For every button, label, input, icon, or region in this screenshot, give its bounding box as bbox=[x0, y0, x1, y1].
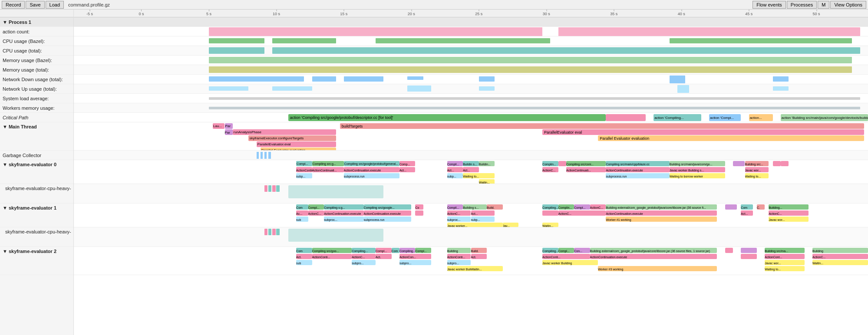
save-button[interactable]: Save bbox=[26, 1, 44, 9]
view-options-button[interactable]: View Options bbox=[830, 1, 866, 9]
load-button[interactable]: Load bbox=[46, 1, 64, 9]
time-mark: 35 s bbox=[610, 12, 617, 16]
data-gc bbox=[74, 151, 868, 160]
main-thread-expand: ▼ bbox=[3, 124, 7, 129]
label-net-up: Network Up usage (total): bbox=[0, 84, 73, 94]
data-process-1 bbox=[74, 17, 868, 27]
data-critical-path[interactable]: action 'Compiling src/google/protobuf/de… bbox=[74, 113, 868, 122]
time-mark: 40 s bbox=[678, 12, 685, 16]
data-workers-mem bbox=[74, 103, 868, 113]
time-mark: 50 s bbox=[813, 12, 820, 16]
label-mem-total: Memory usage (total): bbox=[0, 65, 73, 75]
label-gc: Garbage Collector bbox=[0, 151, 73, 160]
m-button[interactable]: M bbox=[818, 1, 829, 9]
flow-events-button[interactable]: Flow events bbox=[752, 1, 786, 9]
timeline-area[interactable]: -5 s 0 s 5 s 10 s 15 s 20 s 25 s 30 s 35… bbox=[74, 10, 868, 335]
time-mark: 5 s bbox=[206, 12, 211, 16]
filename: command.profile.gz bbox=[68, 2, 110, 7]
data-skyframe-cpu-heavy-1[interactable] bbox=[74, 227, 868, 247]
time-mark: 10 s bbox=[273, 12, 280, 16]
data-mem-total bbox=[74, 65, 868, 75]
toolbar-right: Flow events Processes M View Options bbox=[752, 1, 866, 9]
toolbar: Record Save Load command.profile.gz Flow… bbox=[0, 0, 868, 10]
label-net-down: Network Down usage (total): bbox=[0, 75, 73, 84]
data-net-down bbox=[74, 75, 868, 84]
time-ruler: -5 s 0 s 5 s 10 s 15 s 20 s 25 s 30 s 35… bbox=[74, 10, 868, 17]
data-cpu-bazel bbox=[74, 36, 868, 46]
data-main-thread[interactable]: Lau... Par Par runAnalysisPhase skyframe… bbox=[74, 122, 868, 151]
label-skyframe-1[interactable]: ▼ skyframe-evaluator 1 bbox=[0, 204, 73, 227]
label-sys-load: System load average: bbox=[0, 94, 73, 103]
data-mem-bazel bbox=[74, 56, 868, 65]
label-skyframe-cpu-heavy-1[interactable]: skyframe-evaluator-cpu-heavy- bbox=[0, 227, 73, 247]
label-critical-path: Critical Path bbox=[0, 113, 73, 122]
label-action-count: action count: bbox=[0, 27, 73, 36]
label-mem-bazel: Memory usage (Bazel): bbox=[0, 56, 73, 65]
process-1-header[interactable]: ▼ Process 1 bbox=[0, 17, 73, 27]
time-mark: 45 s bbox=[745, 12, 752, 16]
record-button[interactable]: Record bbox=[2, 1, 25, 9]
processes-button[interactable]: Processes bbox=[787, 1, 817, 9]
time-mark: 0 s bbox=[139, 12, 144, 16]
time-mark: 15 s bbox=[340, 12, 347, 16]
data-skyframe-1[interactable]: Com Compl... Compiling s:g... Compiling … bbox=[74, 204, 868, 227]
label-main-thread[interactable]: ▼ Main Thread bbox=[0, 122, 73, 151]
label-skyframe-cpu-heavy-0[interactable]: skyframe-evaluator-cpu-heavy- bbox=[0, 184, 73, 204]
expand-icon: ▼ bbox=[3, 20, 7, 25]
time-mark: -5 s bbox=[86, 12, 93, 16]
data-skyframe-0[interactable]: Compl... Compiling src:g... Compiling sr… bbox=[74, 160, 868, 184]
label-skyframe-2[interactable]: ▼ skyframe-evaluator 2 bbox=[0, 247, 73, 275]
data-action-count bbox=[74, 27, 868, 36]
time-mark: 25 s bbox=[475, 12, 482, 16]
data-skyframe-cpu-heavy-0[interactable] bbox=[74, 184, 868, 204]
main-area: ▼ Process 1 action count: CPU usage (Baz… bbox=[0, 10, 868, 335]
label-cpu-total: CPU usage (total): bbox=[0, 46, 73, 56]
label-cpu-bazel: CPU usage (Bazel): bbox=[0, 36, 73, 46]
labels-panel: ▼ Process 1 action count: CPU usage (Baz… bbox=[0, 10, 74, 335]
label-skyframe-0[interactable]: ▼ skyframe-evaluator 0 bbox=[0, 160, 73, 184]
data-net-up bbox=[74, 84, 868, 94]
data-skyframe-2[interactable]: Com Compiling src/goo... Compiling... Co… bbox=[74, 247, 868, 275]
label-workers-mem: Workers memory usage: bbox=[0, 103, 73, 113]
time-mark: 30 s bbox=[543, 12, 550, 16]
time-mark: 20 s bbox=[408, 12, 415, 16]
data-cpu-total bbox=[74, 46, 868, 56]
data-sys-load bbox=[74, 94, 868, 103]
